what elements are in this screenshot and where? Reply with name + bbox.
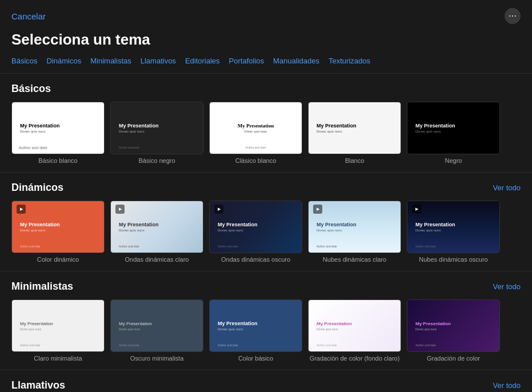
theme-label-claro-min: Claro minimalista bbox=[34, 355, 82, 362]
preview-title: My Presentation bbox=[20, 321, 96, 326]
theme-preview-nubes-claro: My Presentation Donec quis nunc Author a… bbox=[308, 201, 401, 253]
nav-tabs: Básicos Dinámicos Minimalistas Llamativo… bbox=[0, 55, 532, 74]
preview-title: My Presentation bbox=[20, 222, 96, 227]
theme-oscuro-minimalista[interactable]: My Presentation Donec quis nunc Author a… bbox=[110, 299, 203, 362]
preview-subtitle: Donec quis nunc bbox=[20, 130, 96, 133]
theme-label-basico-blanco: Básico blanco bbox=[38, 157, 78, 164]
play-icon bbox=[115, 205, 125, 214]
preview-subtitle: Donec quis nunc bbox=[119, 229, 195, 232]
themes-row-basicos: My Presentation Donec quis nunc Author a… bbox=[11, 102, 521, 164]
section-header-llamativos: Llamativos Ver todo bbox=[11, 379, 521, 391]
section-header-dinamicos: Dinámicos Ver todo bbox=[11, 182, 521, 194]
ver-todo-llamativos[interactable]: Ver todo bbox=[493, 381, 521, 390]
tab-minimalistas[interactable]: Minimalistas bbox=[90, 55, 137, 66]
theme-color-dinamico[interactable]: My Presentation Donec quis nunc Author a… bbox=[11, 201, 105, 263]
preview-author: Author and date bbox=[415, 343, 436, 347]
tab-basicos[interactable]: Básicos bbox=[11, 55, 43, 66]
preview-title: My Presentation bbox=[119, 123, 195, 129]
more-icon: ⋯ bbox=[509, 11, 517, 21]
tab-editoriales[interactable]: Editoriales bbox=[185, 55, 226, 66]
ver-todo-dinamicos[interactable]: Ver todo bbox=[493, 183, 521, 192]
theme-preview-basico-negro: My Presentation Donec quis nunc Author a… bbox=[110, 102, 203, 154]
theme-label-color-basico: Color básico bbox=[238, 355, 273, 362]
section-basicos: Básicos My Presentation Donec quis nunc … bbox=[0, 74, 532, 164]
preview-author: Author and date bbox=[218, 343, 238, 347]
cancel-button[interactable]: Cancelar bbox=[11, 11, 46, 21]
section-minimalistas: Minimalistas Ver todo My Presentation Do… bbox=[0, 271, 532, 362]
theme-preview-ondas-claro: My Presentation Donec quis nunc Author a… bbox=[110, 201, 203, 253]
section-llamativos: Llamativos Ver todo MYPRESENTATION bbox=[0, 370, 532, 392]
theme-label-basico-negro: Básico negro bbox=[138, 157, 175, 164]
theme-ondas-oscuro[interactable]: My Presentation Donec quis nunc Author a… bbox=[209, 201, 302, 263]
theme-label-oscuro-min: Oscuro minimalista bbox=[130, 355, 184, 362]
theme-preview-gradacion: My Presentation Donec quis nunc Author a… bbox=[407, 299, 500, 352]
more-options-button[interactable]: ⋯ bbox=[505, 8, 521, 24]
preview-subtitle: Donec quis nunc bbox=[415, 327, 491, 331]
preview-author: Author and date bbox=[415, 245, 436, 248]
preview-subtitle: Donec quis nunc bbox=[415, 130, 491, 133]
theme-preview-blanco: My Presentation Donec quis nunc bbox=[308, 102, 401, 154]
themes-row-dinamicos: My Presentation Donec quis nunc Author a… bbox=[11, 201, 521, 263]
theme-preview-negro: My Presentation Donec quis nunc bbox=[407, 102, 500, 154]
content-area: Básicos My Presentation Donec quis nunc … bbox=[0, 74, 532, 392]
theme-gradacion-color[interactable]: My Presentation Donec quis nunc Author a… bbox=[407, 299, 500, 362]
preview-subtitle: Donec quis nunc bbox=[119, 130, 195, 133]
theme-label-blanco: Blanco bbox=[345, 157, 365, 164]
preview-subtitle: Donec quis nunc bbox=[317, 327, 393, 331]
preview-title: My Presentation bbox=[119, 321, 195, 326]
tab-portafolios[interactable]: Portafolios bbox=[229, 55, 270, 66]
tab-dinamicos[interactable]: Dinámicos bbox=[47, 55, 87, 66]
section-title-basicos: Básicos bbox=[11, 83, 51, 95]
tab-manualidades[interactable]: Manualidades bbox=[273, 55, 325, 66]
preview-subtitle: Donec quis nunc bbox=[20, 327, 96, 331]
preview-author: Author and date bbox=[218, 245, 238, 248]
preview-title: My Presentation bbox=[317, 321, 393, 326]
theme-preview-color-basico: My Presentation Donec quis nunc Author a… bbox=[209, 299, 302, 352]
theme-basico-blanco[interactable]: My Presentation Donec quis nunc Author a… bbox=[11, 102, 105, 164]
theme-negro[interactable]: My Presentation Donec quis nunc Negro bbox=[407, 102, 500, 164]
tab-texturizados[interactable]: Texturizados bbox=[329, 55, 376, 66]
theme-claro-minimalista[interactable]: My Presentation Donec quis nunc Author a… bbox=[11, 299, 105, 362]
theme-nubes-oscuro[interactable]: My Presentation Donec quis nunc Author a… bbox=[407, 201, 500, 263]
preview-subtitle: Donec quis nunc bbox=[317, 130, 393, 133]
theme-preview-clasico-blanco: My Presentation Donec quis nunc Author a… bbox=[209, 102, 302, 154]
play-icon bbox=[313, 205, 322, 214]
preview-title: My Presentation bbox=[415, 222, 491, 227]
theme-preview-gradacion-claro: My Presentation Donec quis nunc Author a… bbox=[308, 299, 401, 352]
theme-label-ondas-claro: Ondas dinámicas claro bbox=[125, 256, 189, 263]
preview-title: My Presentation bbox=[119, 222, 195, 227]
theme-label-nubes-oscuro: Nubes dinámicas oscuro bbox=[419, 256, 487, 263]
theme-label-gradacion-color: Gradación de color bbox=[427, 355, 480, 362]
theme-label-gradacion-claro: Gradación de color (fondo claro) bbox=[310, 355, 400, 362]
preview-author: Author and date bbox=[119, 245, 139, 248]
preview-subtitle: Donec quis nunc bbox=[20, 229, 96, 232]
page-title: Selecciona un tema bbox=[0, 29, 532, 55]
theme-label-clasico-blanco: Clásico blanco bbox=[235, 157, 277, 164]
theme-nubes-claro[interactable]: My Presentation Donec quis nunc Author a… bbox=[308, 201, 401, 263]
preview-author: Author and date bbox=[20, 245, 41, 248]
preview-title: My Presentation bbox=[218, 321, 294, 326]
theme-clasico-blanco[interactable]: My Presentation Donec quis nunc Author a… bbox=[209, 102, 302, 164]
preview-subtitle: Donec quis nunc bbox=[244, 130, 267, 133]
preview-title: My Presentation bbox=[415, 321, 491, 326]
preview-title: My Presentation bbox=[218, 222, 294, 227]
play-icon bbox=[412, 205, 421, 214]
play-icon bbox=[17, 205, 26, 214]
header: Cancelar ⋯ bbox=[0, 0, 532, 29]
preview-subtitle: Donec quis nunc bbox=[218, 327, 294, 331]
ver-todo-minimalistas[interactable]: Ver todo bbox=[493, 282, 521, 291]
section-title-llamativos: Llamativos bbox=[11, 379, 65, 391]
theme-gradacion-claro[interactable]: My Presentation Donec quis nunc Author a… bbox=[308, 299, 401, 362]
tab-llamativos[interactable]: Llamativos bbox=[141, 55, 182, 66]
theme-preview-nubes-oscuro: My Presentation Donec quis nunc Author a… bbox=[407, 201, 500, 253]
theme-basico-negro[interactable]: My Presentation Donec quis nunc Author a… bbox=[110, 102, 203, 164]
theme-ondas-claro[interactable]: My Presentation Donec quis nunc Author a… bbox=[110, 201, 203, 263]
preview-title: My Presentation bbox=[415, 123, 491, 129]
theme-blanco[interactable]: My Presentation Donec quis nunc Blanco bbox=[308, 102, 401, 164]
section-title-dinamicos: Dinámicos bbox=[11, 182, 63, 194]
theme-label-negro: Negro bbox=[445, 157, 462, 164]
theme-color-basico[interactable]: My Presentation Donec quis nunc Author a… bbox=[209, 299, 302, 362]
preview-subtitle: Donec quis nunc bbox=[415, 229, 491, 232]
preview-subtitle: Donec quis nunc bbox=[218, 229, 294, 232]
theme-preview-claro-min: My Presentation Donec quis nunc Author a… bbox=[11, 299, 105, 352]
